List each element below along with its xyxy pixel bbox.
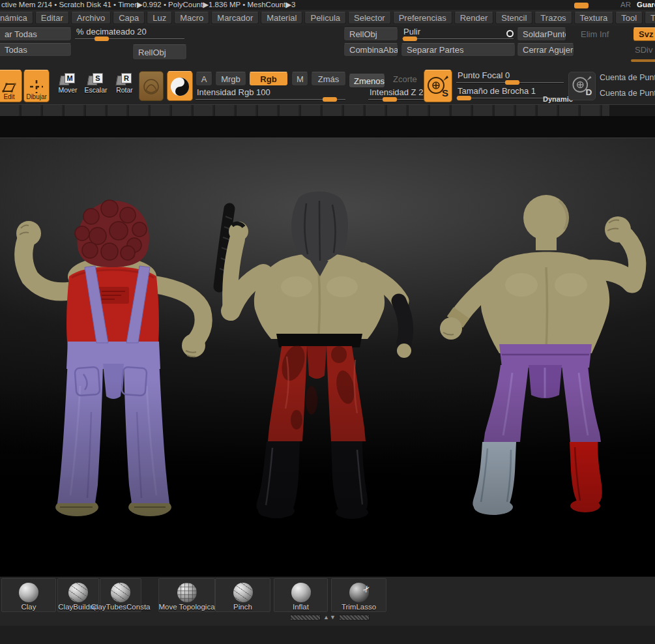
- material-button[interactable]: [139, 71, 164, 101]
- brush-inflat[interactable]: Inflat: [274, 578, 328, 612]
- menu-preferencias[interactable]: Preferencias: [393, 12, 452, 24]
- draw-crosshair-icon: [29, 80, 44, 93]
- rellobj-button-1[interactable]: RellObj: [343, 27, 398, 41]
- intensidad-rgb-handle[interactable]: [323, 97, 337, 102]
- sdiv-button[interactable]: SDiv: [629, 43, 655, 57]
- soldarpuntos-button[interactable]: SoldarPuntos: [517, 27, 566, 41]
- punto-focal-value: 0: [505, 70, 510, 80]
- brush-movetopological[interactable]: Move Topologica: [158, 578, 215, 612]
- zmas-button[interactable]: Zmás: [311, 72, 346, 86]
- intensidad-rgb-slider[interactable]: Intensidad Rgb 100: [196, 87, 345, 102]
- menu-capa[interactable]: Capa: [113, 12, 145, 24]
- mover-button[interactable]: M Mover: [54, 73, 81, 94]
- brush-swirl-icon: [169, 76, 190, 99]
- brocha-value: 1: [531, 86, 536, 96]
- timeline-strip[interactable]: [0, 104, 655, 116]
- rotar-icon: R: [117, 73, 132, 85]
- separarpartes-button[interactable]: Separar Partes: [401, 43, 516, 57]
- brush-claytubes[interactable]: ClayTubesConsta: [100, 578, 141, 612]
- clay-brush-thumb: [19, 583, 38, 602]
- brocha-handle[interactable]: [457, 96, 471, 100]
- decimate-handle[interactable]: [95, 37, 109, 41]
- menu-pelicula[interactable]: Pelicula: [304, 12, 346, 24]
- menu-luz[interactable]: Luz: [147, 12, 172, 24]
- claybuildup-brush-thumb: [68, 583, 88, 602]
- bottom-tray-area: [0, 626, 655, 644]
- tray-scroll-left[interactable]: [290, 615, 321, 621]
- menu-tool[interactable]: Tool: [615, 12, 643, 24]
- quick-panel: ar Todas % decimateado 20 RellObj Pulir …: [0, 25, 655, 68]
- sculpt-canvas-svg: [0, 138, 655, 577]
- zbrush-window: ctive Mem 2/14 • Scratch Disk 41 • Timer…: [0, 0, 655, 644]
- combinaabajo-button[interactable]: CombinaAbajo: [343, 43, 398, 57]
- menu-stencil[interactable]: Stencil: [495, 12, 532, 24]
- cuenta-de-puntos-1[interactable]: Cuenta de Punto: [600, 73, 655, 82]
- dynamic-size-button[interactable]: D: [568, 72, 596, 100]
- cuenta-de-puntos-2[interactable]: Cuenta de Punto: [600, 89, 655, 98]
- mrgb-button[interactable]: Mrgb: [215, 72, 246, 86]
- pulir-track: [402, 38, 514, 39]
- tray-scroll-right[interactable]: [339, 615, 370, 621]
- brush-label: Pinch: [233, 603, 252, 611]
- rgb-button[interactable]: Rgb: [249, 72, 288, 86]
- stroke-size-button[interactable]: S: [424, 70, 452, 102]
- eliminf-button[interactable]: Elim Inf: [575, 27, 614, 41]
- edit-button[interactable]: Edit: [0, 70, 22, 102]
- todas-button-2[interactable]: Todas: [0, 43, 72, 57]
- menu-editar[interactable]: Editar: [35, 12, 69, 24]
- menu-bar: inámica Editar Archivo Capa Luz Macro Ma…: [0, 10, 655, 25]
- current-brush-button[interactable]: [167, 71, 193, 101]
- punto-focal-slider[interactable]: Punto Focal 0: [456, 70, 564, 85]
- zcorte-button[interactable]: Zcorte: [388, 72, 422, 86]
- a-button[interactable]: A: [196, 72, 212, 86]
- rotar-label: Rotar: [116, 87, 133, 94]
- memory-status: ctive Mem 2/14 • Scratch Disk 41 • Timer…: [1, 0, 296, 10]
- intensidad-z-slider[interactable]: Intensidad Z 25: [368, 87, 432, 102]
- escalar-button[interactable]: S Escalar: [82, 73, 109, 94]
- menu-macro[interactable]: Macro: [174, 12, 209, 24]
- figure-wrestler-right[interactable]: [440, 195, 637, 515]
- pulir-mode-toggle[interactable]: [506, 30, 514, 37]
- menu-trazos[interactable]: Trazos: [534, 12, 572, 24]
- m-button[interactable]: M: [291, 72, 308, 86]
- figure-wrestler-center[interactable]: [219, 192, 411, 519]
- brush-clay[interactable]: Clay: [1, 578, 56, 612]
- svg-text:S: S: [442, 87, 448, 98]
- tray-scroll-arrows[interactable]: ▲▼: [323, 615, 336, 620]
- zmenos-button[interactable]: Zmenos: [349, 74, 385, 88]
- dibujar-label: Dibujar: [26, 93, 47, 100]
- document-gap: [0, 116, 655, 138]
- todas-button-1[interactable]: ar Todas: [0, 27, 72, 41]
- svz-button[interactable]: Svz: [633, 27, 655, 41]
- menu-transformar[interactable]: Transformar: [645, 12, 655, 24]
- brocha-label: Tamaño de Brocha: [458, 86, 529, 96]
- brush-label: TrimLasso: [342, 603, 376, 611]
- punto-focal-label: Punto Focal: [458, 70, 502, 80]
- pulir-handle[interactable]: [403, 37, 417, 41]
- top-shelf-toolbar: Edit Dibujar M Mover S Escalar R Rotar: [0, 68, 655, 104]
- punto-focal-handle[interactable]: [505, 80, 519, 85]
- sculpt-canvas[interactable]: [0, 138, 655, 576]
- rotar-button[interactable]: R Rotar: [111, 73, 138, 94]
- rellobj-button-2[interactable]: RellObj: [132, 44, 187, 60]
- dibujar-button[interactable]: Dibujar: [23, 70, 50, 102]
- brush-trimlasso[interactable]: ✂ TrimLasso: [331, 578, 386, 612]
- menu-marcador[interactable]: Marcador: [211, 12, 259, 24]
- save-button[interactable]: Guardar: [637, 0, 655, 10]
- cerraragujeros-button[interactable]: Cerrar Agujeros: [517, 43, 574, 57]
- decimate-slider[interactable]: % decimateado 20: [75, 27, 184, 41]
- svg-text:D: D: [585, 87, 592, 97]
- menu-textura[interactable]: Textura: [574, 12, 614, 24]
- timeline-handle[interactable]: [574, 3, 589, 8]
- status-ar: AR: [620, 0, 631, 10]
- menu-dinamica[interactable]: inámica: [0, 12, 33, 24]
- brush-pinch[interactable]: Pinch: [215, 578, 270, 612]
- pulir-slider[interactable]: Pulir: [402, 27, 514, 41]
- menu-selector[interactable]: Selector: [348, 12, 391, 24]
- menu-render[interactable]: Render: [454, 12, 494, 24]
- figure-wrestler-left[interactable]: [16, 200, 205, 516]
- menu-archivo[interactable]: Archivo: [71, 12, 111, 24]
- menu-material[interactable]: Material: [261, 12, 302, 24]
- intensidad-z-handle[interactable]: [383, 97, 397, 102]
- material-sphere-icon: [142, 77, 160, 99]
